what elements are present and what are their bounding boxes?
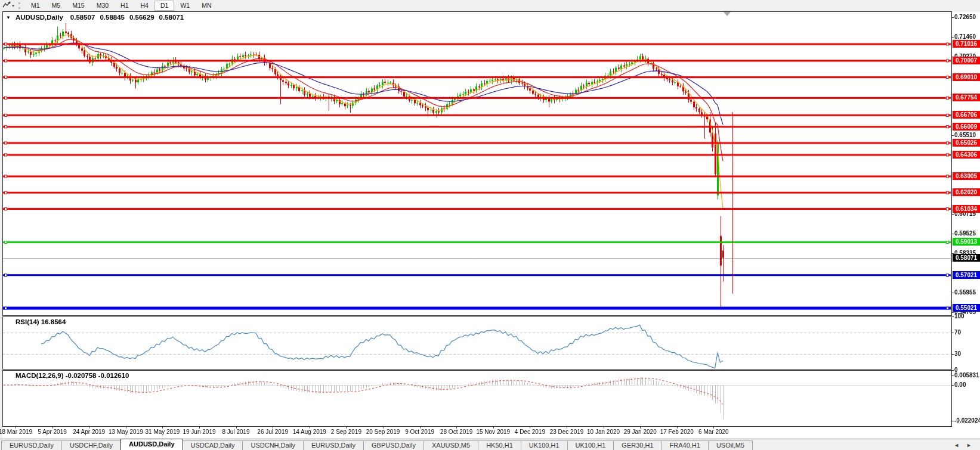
price-tag-green: 0.59013 bbox=[953, 238, 980, 246]
date-label: 26 Jul 2019 bbox=[257, 429, 288, 435]
chart-cursor-icon[interactable] bbox=[2, 0, 11, 11]
date-label: 23 Dec 2019 bbox=[550, 429, 584, 435]
date-label: 13 May 2019 bbox=[109, 429, 143, 435]
symbol-label: AUDUSD,Daily bbox=[16, 14, 63, 21]
chart-tab-5[interactable]: EURUSD,Daily bbox=[303, 440, 364, 450]
price-tag-red: 0.64306 bbox=[953, 151, 980, 159]
rsi-axis-label: 30 bbox=[954, 350, 961, 357]
date-label: 31 May 2019 bbox=[145, 429, 180, 435]
chart-tabs: EURUSD,DailyUSDCHF,DailyAUDUSD,DailyUSDC… bbox=[1, 439, 752, 450]
tab-scroll-right-icon[interactable]: ► bbox=[966, 442, 972, 448]
open-value: 0.58507 bbox=[70, 14, 95, 21]
chart-tab-bar: EURUSD,DailyUSDCHF,DailyAUDUSD,DailyUSDC… bbox=[0, 439, 980, 450]
price-tag-red: 0.70007 bbox=[953, 57, 980, 64]
timeframe-bar: M1M5M15M30H1H4D1W1MN bbox=[25, 1, 217, 11]
price-tag-red: 0.67754 bbox=[953, 94, 980, 101]
chart-tab-3[interactable]: USDCAD,Daily bbox=[183, 440, 243, 450]
date-label: 9 Oct 2019 bbox=[405, 429, 434, 435]
chart-tool-cluster[interactable]: ▾ bbox=[0, 0, 14, 11]
chart-tab-4[interactable]: USDCNH,Daily bbox=[242, 440, 304, 450]
chart-tab-11[interactable]: GER30,H1 bbox=[613, 440, 661, 450]
timeframe-button-d1[interactable]: D1 bbox=[154, 1, 174, 11]
chart-tab-12[interactable]: FRA40,H1 bbox=[661, 440, 709, 450]
timeframe-button-m5[interactable]: M5 bbox=[46, 1, 67, 11]
date-label: 15 Nov 2019 bbox=[476, 429, 510, 435]
chart-tab-7[interactable]: XAUUSD,M5 bbox=[423, 440, 478, 450]
chart-tab-13[interactable]: USOil,M5 bbox=[708, 440, 753, 450]
timeframe-button-h4[interactable]: H4 bbox=[135, 1, 154, 11]
price-axis-label: 0.59525 bbox=[954, 230, 976, 237]
toolbar-grip bbox=[18, 2, 20, 9]
price-axis-label: 0.71460 bbox=[954, 33, 976, 40]
timeframe-button-m30[interactable]: M30 bbox=[91, 1, 115, 11]
chart-tab-8[interactable]: HK50,H1 bbox=[478, 440, 521, 450]
date-label: 2 Sep 2019 bbox=[331, 429, 361, 435]
chart-tab-9[interactable]: UK100,H1 bbox=[521, 440, 568, 450]
high-value: 0.58845 bbox=[100, 14, 125, 21]
rsi-axis-label: 70 bbox=[954, 329, 961, 336]
timeframe-button-m15[interactable]: M15 bbox=[66, 1, 90, 11]
price-tag-blue: 0.57021 bbox=[953, 271, 980, 279]
date-label: 5 Apr 2019 bbox=[38, 429, 66, 435]
price-tag-red: 0.61034 bbox=[953, 205, 980, 213]
macd-label: MACD(12,26,9) -0.020758 -0.012610 bbox=[16, 372, 129, 379]
chart-canvas[interactable] bbox=[0, 0, 980, 450]
timeframe-button-m1[interactable]: M1 bbox=[25, 1, 46, 11]
low-value: 0.56629 bbox=[129, 14, 154, 21]
date-label: 8 Jul 2019 bbox=[222, 429, 250, 435]
price-tag-red: 0.66706 bbox=[953, 111, 980, 119]
date-label: 29 Jan 2020 bbox=[624, 429, 657, 435]
timeframe-button-mn[interactable]: MN bbox=[196, 1, 217, 11]
macd-axis-label: 0.00 bbox=[954, 381, 966, 388]
date-label: 20 Sep 2019 bbox=[366, 429, 400, 435]
timeframe-button-h1[interactable]: H1 bbox=[115, 1, 134, 11]
chart-tool-dropdown-icon[interactable]: ▾ bbox=[12, 3, 14, 8]
price-tag-blue: 0.55021 bbox=[953, 304, 980, 312]
price-tag-red: 0.63005 bbox=[953, 172, 980, 180]
chart-tab-0[interactable]: EURUSD,Daily bbox=[1, 440, 62, 450]
timeframe-toolbar: ▾ M1M5M15M30H1H4D1W1MN bbox=[0, 0, 980, 11]
timeframe-button-w1[interactable]: W1 bbox=[174, 1, 196, 11]
chart-title: ▼ AUDUSD,Daily 0.58507 0.58845 0.56629 0… bbox=[6, 14, 184, 21]
chart-tab-2[interactable]: AUDUSD,Daily bbox=[120, 439, 183, 450]
close-value: 0.58071 bbox=[159, 14, 184, 21]
macd-axis-label: 0.005831 bbox=[954, 372, 979, 378]
date-label: 10 Jan 2020 bbox=[587, 429, 620, 435]
date-label: 19 Jun 2019 bbox=[183, 429, 215, 435]
date-label: 14 Aug 2019 bbox=[293, 429, 326, 435]
date-label: 4 Dec 2019 bbox=[515, 429, 545, 435]
tab-scroll-arrows: ◄ ► bbox=[954, 442, 980, 450]
chart-tab-6[interactable]: GBPUSD,Daily bbox=[363, 440, 424, 450]
price-tag-red: 0.66009 bbox=[953, 123, 980, 131]
symbol-dropdown-icon[interactable]: ▼ bbox=[6, 15, 11, 20]
price-axis-label: 0.65510 bbox=[954, 132, 976, 138]
current-price-tag: 0.58071 bbox=[953, 254, 980, 262]
price-tag-red: 0.62020 bbox=[953, 188, 980, 196]
tab-scroll-left-icon[interactable]: ◄ bbox=[954, 442, 959, 448]
price-tag-red: 0.69010 bbox=[953, 73, 980, 81]
price-axis-label: 0.72650 bbox=[954, 14, 976, 20]
date-label: 28 Oct 2019 bbox=[440, 429, 472, 435]
rsi-axis-label: 100 bbox=[954, 313, 964, 319]
date-label: 18 Mar 2019 bbox=[0, 429, 32, 435]
price-tag-red: 0.65026 bbox=[953, 139, 980, 147]
chart-tab-10[interactable]: UK100,H1 bbox=[567, 440, 614, 450]
date-label: 17 Feb 2020 bbox=[660, 429, 694, 435]
chart-tab-1[interactable]: USDCHF,Daily bbox=[61, 440, 121, 450]
price-tag-red: 0.71016 bbox=[953, 40, 980, 48]
trading-terminal-window: ▾ M1M5M15M30H1H4D1W1MN ▼ AUDUSD,Daily 0.… bbox=[0, 0, 980, 450]
macd-axis-label: -0.022024 bbox=[954, 417, 980, 424]
rsi-label: RSI(14) 16.8564 bbox=[16, 318, 66, 325]
date-label: 6 Mar 2020 bbox=[698, 429, 729, 435]
date-label: 24 Apr 2019 bbox=[73, 429, 105, 435]
price-axis-label: 0.55955 bbox=[954, 289, 976, 296]
